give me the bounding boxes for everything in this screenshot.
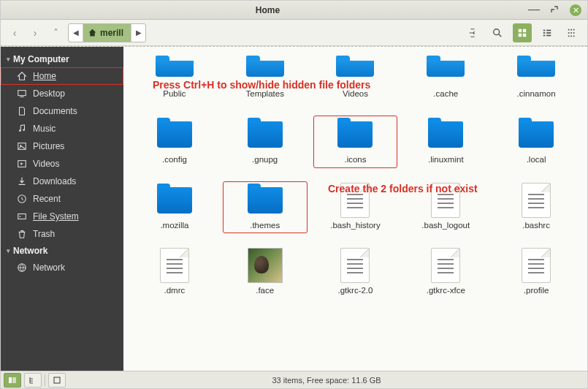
file-item[interactable]: .cache — [403, 50, 488, 102]
file-item[interactable]: .config — [132, 116, 217, 168]
file-item-label: .gtkrc-xfce — [427, 286, 465, 296]
window-title: Home — [7, 5, 529, 15]
svg-point-0 — [494, 29, 500, 34]
sidebar-group-header[interactable]: ▾My Computer — [1, 51, 123, 67]
file-item-label: .cache — [433, 89, 458, 99]
file-item[interactable]: .icons — [313, 116, 398, 168]
svg-rect-8 — [546, 32, 551, 34]
toggle-location-button[interactable] — [463, 23, 482, 42]
icon-view-button[interactable] — [513, 23, 532, 42]
sidebar-item-label: Downloads — [33, 176, 76, 186]
svg-rect-27 — [18, 214, 26, 219]
path-segment-label: merill — [100, 28, 123, 38]
tree-pane-button[interactable] — [24, 373, 42, 388]
sidebar-item-label: Desktop — [33, 88, 65, 99]
svg-rect-16 — [573, 32, 575, 34]
sidebar-item-recent[interactable]: Recent — [1, 190, 123, 208]
file-item[interactable]: .gtkrc-xfce — [403, 246, 488, 299]
file-item[interactable]: .bashrc — [494, 181, 579, 234]
file-item[interactable]: .gnupg — [223, 116, 308, 168]
home-icon — [88, 28, 97, 37]
file-item[interactable]: .local — [494, 116, 579, 168]
sidebar-item-home[interactable]: Home — [1, 67, 123, 85]
folder-icon — [427, 61, 465, 77]
videos-icon — [17, 159, 27, 169]
chevron-down-icon: ▾ — [7, 247, 10, 254]
sidebar-item-label: Videos — [33, 159, 59, 169]
sidebar-item-trash[interactable]: Trash — [1, 225, 123, 243]
svg-rect-15 — [570, 32, 572, 34]
file-item-label: .local — [527, 155, 546, 165]
svg-rect-18 — [570, 35, 572, 37]
sidebar-item-label: Recent — [33, 194, 61, 204]
file-item-label: Public — [163, 89, 186, 99]
minimize-button[interactable]: — — [529, 4, 539, 15]
file-icon — [522, 248, 551, 283]
statusbar: 33 items, Free space: 11.6 GB — [1, 371, 587, 388]
sidebar-item-label: File System — [33, 211, 79, 222]
svg-rect-32 — [54, 377, 60, 383]
svg-rect-11 — [568, 29, 570, 30]
file-item[interactable]: .linuxmint — [403, 116, 488, 168]
sidebar-item-downloads[interactable]: Downloads — [1, 173, 123, 190]
sidebar-item-label: Pictures — [33, 141, 64, 151]
file-item[interactable]: .mozilla — [132, 181, 217, 234]
show-hidden-toggle[interactable] — [48, 373, 66, 388]
file-item[interactable]: .dmrc — [132, 246, 217, 299]
file-item[interactable]: .face — [223, 246, 308, 299]
up-button[interactable]: ˄ — [47, 25, 64, 41]
back-button[interactable]: ‹ — [7, 25, 23, 41]
svg-rect-1 — [519, 29, 522, 31]
svg-rect-31 — [12, 377, 16, 383]
forward-button[interactable]: › — [27, 25, 43, 41]
file-item[interactable]: Templates — [223, 50, 308, 102]
file-item-label: .bash_logout — [421, 221, 470, 231]
file-icon — [431, 248, 460, 283]
sidebar-item-label: Network — [33, 263, 65, 273]
file-item[interactable]: Videos — [313, 50, 398, 102]
path-bar[interactable]: ◀ merill ▶ — [68, 23, 146, 42]
file-item-label: .face — [256, 286, 274, 296]
places-pane-button[interactable] — [4, 373, 21, 388]
path-next-icon[interactable]: ▶ — [131, 24, 145, 42]
file-item[interactable]: .gtkrc-2.0 — [313, 246, 398, 299]
file-item-label: .gnupg — [252, 155, 278, 165]
sidebar-item-videos[interactable]: Videos — [1, 155, 123, 173]
file-item[interactable]: .bash_logout — [403, 181, 488, 234]
svg-rect-13 — [573, 29, 575, 30]
search-button[interactable] — [488, 23, 507, 42]
sidebar-item-file-system[interactable]: File System — [1, 208, 123, 225]
list-view-button[interactable] — [538, 23, 557, 42]
sidebar-item-documents[interactable]: Documents — [1, 102, 123, 120]
file-item-label: .bash_history — [330, 221, 380, 231]
folder-icon — [337, 121, 373, 148]
file-item-label: .themes — [250, 221, 280, 231]
sidebar-item-network[interactable]: Network — [1, 259, 123, 276]
svg-point-21 — [19, 129, 21, 132]
sidebar-group-header[interactable]: ▾Network — [1, 243, 123, 259]
file-item[interactable]: .profile — [494, 246, 579, 299]
folder-icon — [248, 187, 283, 214]
path-segment[interactable]: merill — [83, 24, 131, 42]
toolbar: ‹ › ˄ ◀ merill ▶ — [1, 20, 587, 46]
compact-view-button[interactable] — [562, 23, 581, 42]
file-item[interactable]: .cinnamon — [494, 50, 579, 102]
sidebar-item-desktop[interactable]: Desktop — [1, 85, 123, 102]
file-icon — [431, 183, 460, 218]
file-item[interactable]: .themes — [223, 181, 308, 234]
file-item[interactable]: .bash_history — [313, 181, 398, 234]
folder-icon — [336, 61, 374, 77]
sidebar-item-music[interactable]: Music — [1, 120, 123, 137]
filesystem-icon — [17, 211, 27, 222]
main-pane[interactable]: PublicTemplatesVideos.cache.cinnamon.con… — [123, 47, 587, 371]
maximize-button[interactable] — [549, 4, 560, 15]
close-button[interactable]: ✕ — [570, 4, 581, 16]
sidebar-item-pictures[interactable]: Pictures — [1, 137, 123, 155]
image-thumbnail-icon — [248, 248, 283, 283]
titlebar: Home — ✕ — [1, 1, 587, 20]
folder-icon — [519, 121, 554, 148]
path-prev-icon[interactable]: ◀ — [69, 24, 83, 42]
file-item-label: .linuxmint — [428, 155, 464, 165]
file-item-label: .cinnamon — [517, 89, 556, 99]
file-item[interactable]: Public — [132, 50, 217, 102]
